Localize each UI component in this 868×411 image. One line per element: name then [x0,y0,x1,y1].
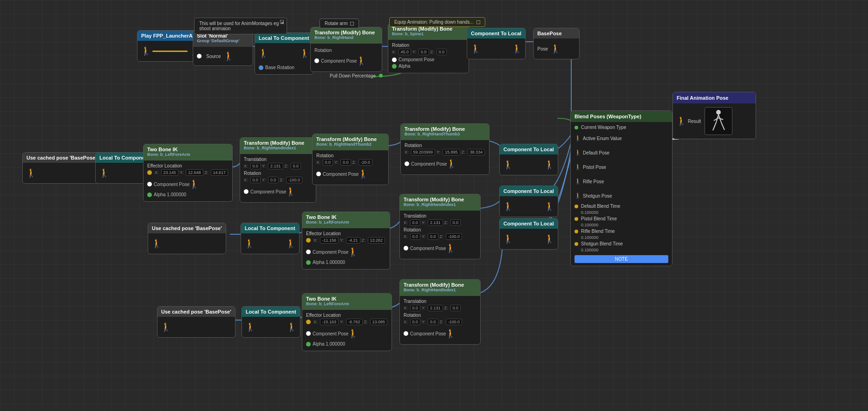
trh3-ty: 2.131 [428,305,443,311]
trhi-comp-pin [244,189,248,194]
trh3-comp-pose: Component Pose 🚶 [404,327,476,340]
rotate-arm-expand[interactable] [350,22,354,26]
trh2-ty: 2.131 [428,219,443,226]
trh2-rx: 0.0 [410,233,421,240]
trhi-trans-values: X:0.0 Y:2.131 Z:0.0 [244,163,312,169]
slot-icon: 🚶 [224,50,233,63]
trht2-header: Transform (Modify) Bone Bone: b_RightHan… [313,134,388,150]
transform-rh2-node: Transform (Modify) Bone Bone: b_RightHan… [399,194,481,259]
comp-to-local-4-node: Component To Local 🚶 🚶 [499,218,558,250]
current-weapon-row: Current Weapon Type [574,125,668,130]
transform-rh-node: Transform (Modify) Bone Bone: b_RightHan… [310,27,382,72]
l2c1-icon-l: 🚶 [259,47,268,60]
trh3-rx: 0.0 [410,319,421,325]
slot-normal-subtitle: Group 'DefaultGroup' [197,39,249,43]
transform-rh-header: Transform (Modify) Bone Bone: b_RightHan… [311,27,382,44]
slot-source-label: Source [206,54,221,59]
trht3-comp-pin [405,161,409,166]
tbi1-alpha-row: Alpha 1.000000 [147,192,228,197]
bp-shotgun-blend-label: Shotgun Blend Time [581,241,668,246]
bp-pistol-blend: Pistol Blend Time [574,216,668,221]
c2l3-title: Component To Local [503,188,554,194]
c2l1-icon-l: 🚶 [471,42,480,55]
c2l3-icon-l: 🚶 [503,200,513,213]
equip-anim-expand[interactable] [476,20,480,24]
final-pose-result-label: Result [688,119,701,124]
uc2-header: Use cached pose 'BasePose' [148,223,226,233]
trh3-trans-label: Translation [404,299,476,304]
trh3-icon: 🚶 [446,327,455,340]
svg-line-4 [721,122,724,130]
bp-pistol-icon: 🚶 [574,161,581,173]
trhi-subtitle: Bone: b_RightHandIndex1 [244,146,312,150]
rotate-arm-label: Rotate arm [325,21,347,26]
note-text: This will be used for AnimMontages eg sh… [199,21,279,31]
trh2-comp-pin [404,246,408,250]
c2l2-icon-l: 🚶 [503,158,513,171]
local-to-comp-1-node: Local To Component 🚶 🚶 Base Rotation [255,32,313,75]
trh3-rz: -100.0 [446,319,463,325]
l2c4-header: Local To Component [242,307,300,317]
note-anim-montages: This will be used for AnimMontages eg sh… [194,18,287,34]
l2c1-title: Local To Component [259,35,309,41]
tr-spine-ry: 0.0 [418,49,429,55]
play-fpp-icon: 🚶 [141,45,150,58]
c2l4-icon-r: 🚶 [545,232,554,245]
final-pose-icon: 🚶 [677,115,686,128]
trh3-rot-label: Rotation [404,313,476,318]
c2l2-title: Component To Local [503,147,554,152]
tbi3-z: 13.085 [370,319,388,325]
tbi2-comp-label: Component Pose [313,250,348,255]
uc3-title: Use cached pose 'BasePose' [161,309,231,315]
transform-rht3-node: Transform (Modify) Bone Bone: b_RightHan… [400,123,489,175]
trht3-rot-values: X:59.203999 Y:15.895 Z:38.334 [405,149,485,155]
bp-rifle-blend-label: Rifle Blend Time [581,229,668,234]
tbi3-eff-values: X:-15.163 Y:-6.762 Z:13.085 [306,319,388,325]
c2l4-icon-l: 🚶 [503,232,513,245]
trht3-rot-label: Rotation [405,143,485,148]
slot-normal-node: Slot 'Normal' Group 'DefaultGroup' Sourc… [193,30,253,66]
tbi2-x: -11.156 [320,237,339,244]
bp-default-pose-label: Default Pose [583,150,668,155]
bp-shotgun-pose: 🚶 Shotgun Pose [574,189,668,202]
trht2-rx: 0.0 [323,159,333,166]
tbi3-comp-pose: Component Pose 🚶 [306,327,388,340]
tbi2-alpha-label: Alpha 1.000000 [313,260,345,265]
svg-point-0 [716,110,721,115]
bp-default-blend-label: Default Blend Time [581,204,668,209]
tr-comp-label: Component Pose [321,58,357,64]
bp-pistol-blend-val: 0.100000 [581,223,668,227]
tbi1-z: 14.617 [211,169,228,176]
trh3-rot-values: X:0.0 Y:0.0 Z:-100.0 [404,319,476,325]
current-weapon-label: Current Weapon Type [581,125,626,130]
tbi1-comp-pin [147,182,152,186]
bp-rifle-blend-pin [574,230,578,233]
trht2-rot-label: Rotation [316,153,385,158]
svg-line-6 [718,118,723,120]
two-bone-ik-1-node: Two Bone IK Bone: b_LeftForeArm Effector… [143,144,233,202]
tbi2-icon: 🚶 [348,245,358,258]
equip-anim-label: Equip Animaton: Pulling down hands... [394,19,474,25]
trh3-trans-values: X:0.0 Y:2.131 Z:0.0 [404,305,476,311]
note-button[interactable]: NOTE [574,255,668,263]
tbi3-alpha-pin [306,342,311,347]
trh2-rot-values: X:0.0 Y:0.0 Z:-100.0 [404,233,476,240]
l2c3-header: Local To Component [241,223,299,233]
tr-spine-rx: 45.0 [398,49,411,55]
bp-shotgun-blend: Shotgun Blend Time [574,241,668,246]
tbi1-alpha-label: Alpha 1.000000 [154,192,186,197]
note-close-icon[interactable]: ✕ [280,20,284,24]
trhi-comp-label: Component Pose [250,189,286,194]
trh2-tz: 0.0 [450,219,461,226]
blend-poses-node: Blend Poses (WeaponType) Current Weapon … [570,110,672,266]
tbi2-alpha-row: Alpha 1.000000 [306,260,386,265]
bp-active-enum: 🚶 Active Enum Value [574,132,668,145]
tr-spine-alpha-pin [392,64,397,69]
tbi1-alpha-pin [147,193,152,197]
trht2-title: Transform (Modify) Bone [316,136,385,142]
base-pose-title: BasePose [537,31,562,36]
trhi-comp-pose: Component Pose 🚶 [244,185,312,198]
tbi1-icon: 🚶 [189,178,199,191]
c2l3-header: Component To Local [500,186,558,196]
tbi3-eff-pin [306,320,311,324]
